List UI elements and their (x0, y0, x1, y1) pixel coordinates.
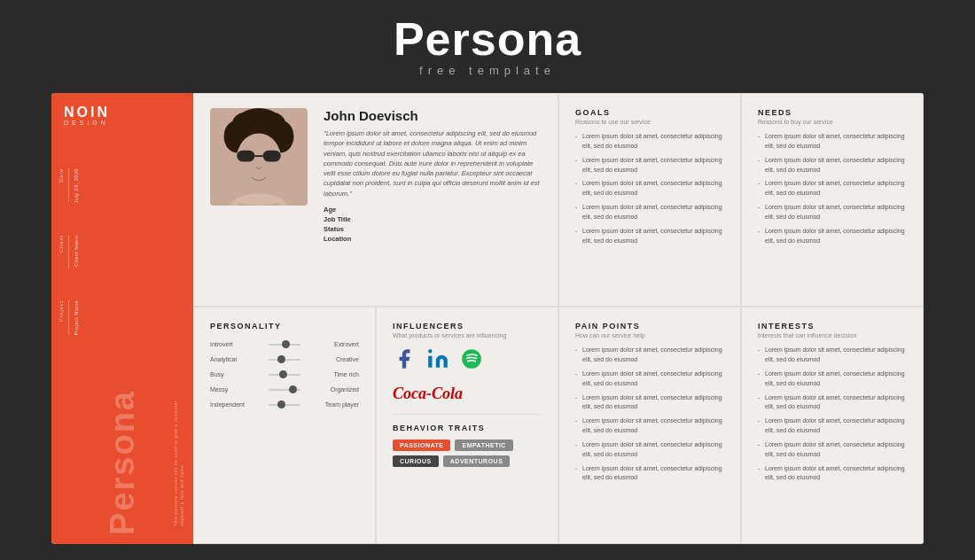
profile-info: John Doevisch "Lorem ipsum dolor sit ame… (324, 108, 542, 243)
tag-empathetic: EMPATHETIC (455, 439, 512, 451)
svg-point-12 (428, 349, 432, 353)
list-item: Lorem ipsum dolor sit amet, consectetur … (575, 440, 724, 460)
slider-row: Introvert Extrovert (210, 341, 359, 347)
list-item: Lorem ipsum dolor sit amet, consectetur … (575, 464, 724, 484)
slider-label-extrovert: Extrovert (306, 341, 359, 347)
influencers-sub: What products or services are influencin… (393, 332, 542, 338)
sidebar: NOIN DESIGN Date July 23, 2020 Client Cl… (51, 93, 193, 544)
project-value: Project Name (74, 300, 79, 335)
list-item: Lorem ipsum dolor sit amet, consectetur … (758, 132, 907, 152)
needs-sub: Reasons to buy our service (758, 119, 907, 125)
list-item: Lorem ipsum dolor sit amet, consectetur … (575, 416, 724, 436)
project-label: Project (58, 300, 64, 322)
list-item: Lorem ipsum dolor sit amet, consectetur … (575, 346, 724, 365)
list-item: Lorem ipsum dolor sit amet, consectetur … (758, 369, 907, 389)
needs-title: NEEDS (758, 108, 907, 117)
location-value (358, 235, 542, 243)
slider-row: Independent Team player (210, 401, 359, 408)
list-item: Lorem ipsum dolor sit amet, consectetur … (758, 464, 907, 484)
content-grid: John Doevisch "Lorem ipsum dolor sit ame… (193, 93, 924, 544)
pain-points-cell: PAIN POINTS How can our service help Lor… (558, 307, 741, 544)
tag-curious: CURIOUS (393, 455, 439, 467)
list-item: Lorem ipsum dolor sit amet, consectetur … (575, 179, 724, 198)
spotify-icon (460, 347, 483, 374)
persona-big-text: Persona (104, 390, 142, 535)
age-label: Age (324, 206, 351, 214)
cocacola-icon: Coca-Cola (393, 385, 463, 403)
list-item: Lorem ipsum dolor sit amet, consectetur … (575, 132, 724, 152)
influencers-cell: INFLUENCERS What products or services ar… (376, 307, 558, 544)
list-item: Lorem ipsum dolor sit amet, consectetur … (758, 440, 907, 460)
profile-name: John Doevisch (324, 108, 542, 123)
list-item: Lorem ipsum dolor sit amet, consectetur … (758, 179, 907, 198)
list-item: Lorem ipsum dolor sit amet, consectetur … (575, 393, 724, 413)
slider-label-timerich: Time rich (306, 371, 359, 377)
interests-list: Lorem ipsum dolor sit amet, consectetur … (758, 346, 907, 483)
behavior-traits-section: BEHAVIOR TRAITS PASSIONATE EMPATHETIC CU… (393, 414, 542, 467)
slider-track (269, 389, 300, 391)
behavior-tags: PASSIONATE EMPATHETIC CURIOUS ADVENTUROU… (393, 439, 542, 467)
slider-label-independent: Independent (210, 401, 263, 408)
needs-list: Lorem ipsum dolor sit amet, consectetur … (758, 132, 907, 245)
slider-track (269, 359, 300, 361)
influencers-title: INFLUENCERS (393, 322, 542, 331)
profile-details: Age Job Title Status Location (324, 206, 542, 243)
slider-row: Busy Time rich (210, 371, 359, 377)
status-value (358, 225, 542, 233)
client-value: Client Name (74, 235, 79, 267)
personality-cell: PERSONALITY Introvert Extrovert Analytic… (193, 307, 376, 544)
pain-sub: How can our service help (575, 332, 724, 338)
status-label: Status (324, 225, 351, 233)
brand: NOIN DESIGN (51, 93, 193, 135)
goals-list: Lorem ipsum dolor sit amet, consectetur … (575, 132, 724, 245)
list-item: Lorem ipsum dolor sit amet, consectetur … (758, 346, 907, 365)
personality-sliders: Introvert Extrovert Analytical Creative … (210, 341, 359, 408)
slider-label-analytical: Analytical (210, 356, 263, 362)
profile-cell: John Doevisch "Lorem ipsum dolor sit ame… (193, 93, 558, 307)
date-value: July 23, 2020 (74, 168, 79, 203)
interests-sub: Interests that can influence decision (758, 332, 907, 338)
job-label: Job Title (324, 215, 351, 223)
profile-photo (210, 108, 308, 206)
svg-rect-8 (263, 151, 281, 162)
header: Persona free template (0, 0, 975, 88)
profile-quote: "Lorem ipsum dolor sit amet, consectetur… (324, 128, 542, 198)
date-label: Date (58, 168, 64, 183)
linkedin-icon (426, 347, 449, 374)
persona-desc: This persona canvas can be used to give … (173, 385, 184, 526)
list-item: Lorem ipsum dolor sit amet, consectetur … (758, 156, 907, 175)
slider-label-creative: Creative (306, 356, 359, 362)
list-item: Lorem ipsum dolor sit amet, consectetur … (758, 393, 907, 413)
list-item: Lorem ipsum dolor sit amet, consectetur … (575, 203, 724, 222)
slider-label-messy: Messy (210, 386, 263, 393)
influencer-icons: Coca-Cola (393, 347, 542, 403)
needs-cell: NEEDS Reasons to buy our service Lorem i… (741, 93, 924, 307)
slider-label-teamplayer: Team player (306, 401, 359, 408)
page-subtitle: free template (0, 64, 975, 77)
interests-title: INTERESTS (758, 322, 907, 331)
page-title: Persona (0, 16, 975, 62)
svg-point-13 (462, 349, 481, 369)
svg-point-5 (256, 113, 285, 136)
slider-label-busy: Busy (210, 371, 263, 377)
slider-row: Messy Organized (210, 386, 359, 393)
age-value (358, 206, 542, 214)
tag-passionate: PASSIONATE (393, 439, 450, 451)
list-item: Lorem ipsum dolor sit amet, consectetur … (575, 369, 724, 389)
interests-cell: INTERESTS Interests that can influence d… (741, 307, 924, 544)
slider-track (269, 404, 300, 406)
list-item: Lorem ipsum dolor sit amet, consectetur … (758, 416, 907, 436)
personality-title: PERSONALITY (210, 322, 359, 331)
main-card: NOIN DESIGN Date July 23, 2020 Client Cl… (51, 93, 924, 544)
list-item: Lorem ipsum dolor sit amet, consectetur … (758, 227, 907, 246)
svg-point-11 (240, 175, 250, 184)
pain-list: Lorem ipsum dolor sit amet, consectetur … (575, 346, 724, 483)
brand-name: NOIN (64, 105, 181, 120)
facebook-icon (393, 347, 416, 374)
goals-cell: GOALS Reasons to use our service Lorem i… (558, 93, 741, 307)
job-value (358, 215, 542, 223)
goals-title: GOALS (575, 108, 724, 117)
location-label: Location (324, 235, 351, 243)
pain-title: PAIN POINTS (575, 322, 724, 331)
list-item: Lorem ipsum dolor sit amet, consectetur … (575, 156, 724, 175)
